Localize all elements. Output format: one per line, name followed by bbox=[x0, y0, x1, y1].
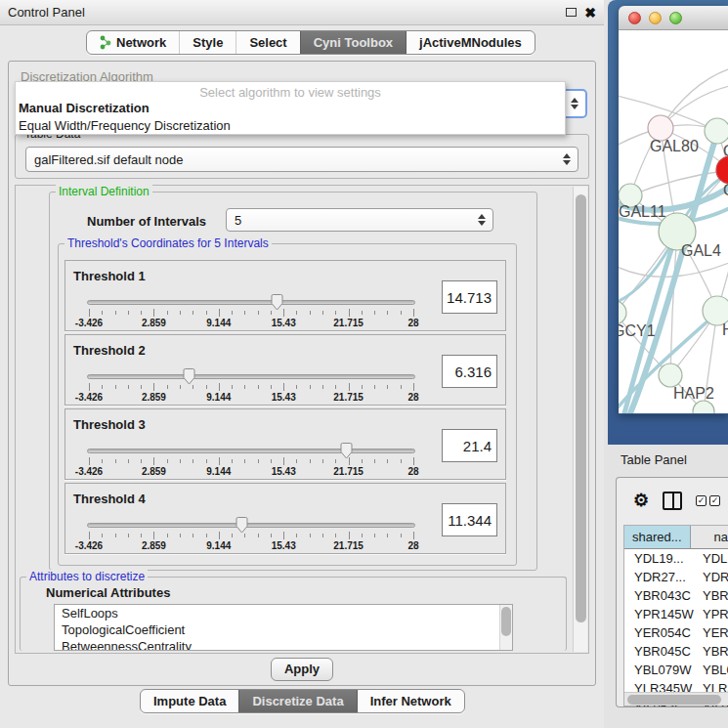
dropdown-placeholder-option[interactable]: Select algorithm to view settings bbox=[16, 82, 565, 100]
number-of-intervals-label: Number of Intervals bbox=[87, 214, 206, 229]
slider-track[interactable] bbox=[87, 300, 415, 305]
threshold-coordinates-group: Threshold's Coordinates for 5 Intervals … bbox=[58, 243, 517, 566]
table-row[interactable]: YPR145WYPR1 bbox=[624, 605, 728, 623]
list-item[interactable]: SelfLoops bbox=[55, 605, 512, 621]
slider-track[interactable] bbox=[87, 523, 415, 528]
threshold-4-panel: Threshold 4 -3.426 2.859 9.144 bbox=[64, 483, 506, 554]
tab-discretize-data[interactable]: Discretize Data bbox=[238, 690, 356, 712]
float-window-icon[interactable] bbox=[566, 8, 577, 17]
list-item[interactable]: BetweennessCentrality bbox=[55, 638, 512, 651]
network-icon bbox=[100, 35, 111, 50]
slider-tick-labels: -3.426 2.859 9.144 15.43 21.715 28 bbox=[89, 466, 413, 478]
slider-thumb[interactable] bbox=[235, 516, 249, 535]
slider-ticks bbox=[89, 383, 413, 391]
close-icon[interactable]: ✖ bbox=[584, 6, 596, 20]
column-header-name[interactable]: na bbox=[691, 526, 728, 548]
tab-jactivemnodules[interactable]: jActiveMNodules bbox=[406, 31, 535, 54]
slider-tick-labels: -3.426 2.859 9.144 15.43 21.715 28 bbox=[89, 392, 413, 404]
dropdown-option-manual[interactable]: Manual Discretization bbox=[16, 100, 565, 117]
table-data-group: Table Data galFiltered.sif default node bbox=[15, 134, 589, 179]
table-panel: ⚙ ✓ ✓ shared... na YDL19...YDL1 YDR27...… bbox=[616, 477, 728, 707]
threshold-value-field[interactable]: 21.4 bbox=[442, 429, 497, 462]
network-node-label: HAP2 bbox=[673, 385, 714, 402]
tab-network[interactable]: Network bbox=[87, 31, 179, 54]
tab-infer-network[interactable]: Infer Network bbox=[357, 690, 464, 712]
cyni-bottom-tabbar: Impute Data Discretize Data Infer Networ… bbox=[140, 689, 465, 713]
control-panel-titlebar: Control Panel ✖ bbox=[0, 0, 604, 25]
network-node-label: GAL11 bbox=[619, 203, 666, 220]
threshold-value-field[interactable]: 6.316 bbox=[442, 355, 497, 388]
threshold-value-field[interactable]: 11.344 bbox=[442, 503, 497, 536]
table-row[interactable]: YER054CYER0 bbox=[624, 623, 728, 642]
table-row[interactable]: YBL079WYBL0 bbox=[624, 661, 728, 679]
slider-track[interactable] bbox=[87, 449, 415, 453]
column-layout-icon[interactable] bbox=[663, 492, 682, 510]
apply-button[interactable]: Apply bbox=[271, 658, 333, 681]
close-traffic-light-icon[interactable] bbox=[628, 12, 641, 24]
table-panel-titlebar: Table Panel bbox=[608, 445, 728, 474]
scrollbar-thumb[interactable] bbox=[501, 607, 511, 636]
network-node[interactable] bbox=[659, 364, 682, 387]
numerical-attributes-label: Numerical Attributes bbox=[46, 585, 170, 600]
tab-select[interactable]: Select bbox=[236, 31, 299, 54]
threshold-3-panel: Threshold 3 -3.426 2.859 9.144 bbox=[64, 408, 506, 480]
threshold-coordinates-legend: Threshold's Coordinates for 5 Intervals bbox=[64, 236, 272, 250]
slider-track[interactable] bbox=[87, 374, 415, 379]
table-row[interactable]: YBR045CYBR0 bbox=[624, 642, 728, 661]
tab-cyni-toolbox[interactable]: Cyni Toolbox bbox=[300, 31, 406, 54]
minimize-traffic-light-icon[interactable] bbox=[649, 12, 662, 24]
panel-title: Control Panel bbox=[8, 5, 566, 20]
table-row[interactable]: YDR27...YDR2 bbox=[624, 568, 728, 586]
control-panel-tabbar: Network Style Select Cyni Toolbox jActiv… bbox=[86, 30, 535, 55]
settings-scrollpane: Interval Definition Number of Intervals … bbox=[15, 185, 589, 654]
column-header-shared-name[interactable]: shared... bbox=[624, 526, 691, 548]
table-panel-toolbar: ⚙ ✓ ✓ bbox=[617, 478, 728, 523]
table-data-combobox[interactable]: galFiltered.sif default node bbox=[25, 147, 578, 172]
list-item[interactable]: TopologicalCoefficient bbox=[55, 621, 512, 638]
network-node[interactable] bbox=[619, 301, 626, 324]
threshold-label: Threshold 1 bbox=[73, 269, 146, 283]
attributes-legend: Attributes to discretize bbox=[26, 570, 148, 583]
number-of-intervals-combobox[interactable]: 5 bbox=[226, 208, 493, 232]
network-node-label: GCY1 bbox=[619, 322, 656, 339]
threshold-2-panel: Threshold 2 -3.426 2.859 9.144 bbox=[64, 334, 506, 406]
slider-thumb[interactable] bbox=[270, 293, 284, 312]
vertical-scrollbar[interactable] bbox=[573, 187, 587, 652]
network-node[interactable] bbox=[705, 118, 728, 144]
slider-tick-labels: -3.426 2.859 9.144 15.43 21.715 28 bbox=[89, 540, 413, 552]
numerical-attributes-list[interactable]: SelfLoops TopologicalCoefficient Between… bbox=[54, 604, 513, 651]
network-node-label: C bbox=[723, 182, 728, 198]
threshold-label: Threshold 2 bbox=[73, 343, 146, 358]
checkbox-icon[interactable]: ✓ bbox=[696, 495, 707, 506]
tab-style[interactable]: Style bbox=[179, 31, 236, 54]
list-scrollbar[interactable] bbox=[499, 605, 512, 650]
combo-stepper-icon bbox=[571, 98, 578, 109]
node-table: shared... na YDL19...YDL1 YDR27...YDR2 Y… bbox=[623, 525, 728, 707]
dropdown-option-equal-width[interactable]: Equal Width/Frequency Discretization bbox=[16, 117, 565, 135]
network-canvas[interactable]: GAL80GACGAL11GAL4GCY1HHAP2 bbox=[619, 30, 728, 413]
table-row[interactable]: YDL19...YDL1 bbox=[624, 549, 728, 568]
network-node-label: GAL80 bbox=[650, 138, 699, 154]
slider-thumb[interactable] bbox=[339, 442, 354, 460]
threshold-label: Threshold 4 bbox=[73, 492, 146, 506]
scrollbar-thumb[interactable] bbox=[576, 194, 586, 622]
scrollbar-thumb[interactable] bbox=[627, 695, 721, 705]
checkbox-icon[interactable]: ✓ bbox=[709, 495, 720, 506]
slider-thumb[interactable] bbox=[182, 367, 196, 386]
attributes-group: Attributes to discretize Numerical Attri… bbox=[20, 577, 567, 651]
network-view-frame: GAL80GACGAL11GAL4GCY1HHAP2 bbox=[608, 0, 728, 445]
cyni-toolbox-pane: Discretization Algorithm Select algorith… bbox=[8, 61, 596, 686]
tab-impute-data[interactable]: Impute Data bbox=[141, 690, 238, 712]
network-window: GAL80GACGAL11GAL4GCY1HHAP2 bbox=[619, 6, 728, 414]
table-panel-title: Table Panel bbox=[621, 452, 687, 467]
horizontal-scrollbar[interactable] bbox=[624, 692, 728, 706]
threshold-1-panel: Threshold 1 -3.426 2.859 9.144 bbox=[64, 260, 506, 331]
gear-icon[interactable]: ⚙ bbox=[633, 490, 649, 511]
algorithm-dropdown: Select algorithm to view settings Manual… bbox=[15, 81, 566, 135]
threshold-value-field[interactable]: 14.713 bbox=[442, 280, 497, 314]
zoom-traffic-light-icon[interactable] bbox=[669, 12, 682, 24]
table-header-row: shared... na bbox=[624, 526, 728, 549]
table-row[interactable]: YBR043CYBR0 bbox=[624, 586, 728, 605]
combo-stepper-icon bbox=[563, 153, 571, 165]
combo-stepper-icon bbox=[478, 214, 486, 226]
